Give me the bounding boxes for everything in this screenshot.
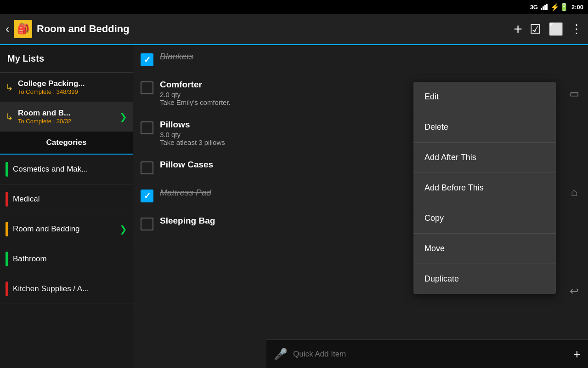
category-item-kitchen[interactable]: Kitchen Supplies / A...: [0, 274, 133, 304]
category-color-dot-room: [6, 222, 8, 236]
category-color-dot: [6, 162, 8, 177]
context-menu-delete[interactable]: Delete: [413, 112, 556, 143]
category-item-bathroom[interactable]: Bathroom: [0, 244, 133, 274]
categories-header: Categories: [0, 132, 133, 155]
list-item-college-packing[interactable]: ↳ College Packing... To Complete : 348/3…: [0, 73, 133, 102]
category-item-medical[interactable]: Medical: [0, 184, 133, 214]
item-checkbox-comforter[interactable]: [141, 81, 153, 94]
nav-home-icon[interactable]: ⌂: [571, 186, 578, 199]
list-title-2: Room and B...: [18, 109, 115, 118]
network-indicator: 3G: [530, 4, 538, 11]
status-bar: 3G ⚡🔋 2:00: [0, 0, 588, 14]
my-lists-header: My Lists: [0, 45, 133, 73]
app-bar-actions: + ☑ ⬜ ⋮: [514, 21, 582, 38]
category-color-dot-kitchen: [6, 282, 8, 296]
context-menu-edit[interactable]: Edit: [413, 82, 556, 112]
main-content: Blankets ⋮ Comforter 2.0 qty Take Emily'…: [133, 45, 588, 368]
category-item-room-bedding[interactable]: Room and Bedding ❯: [0, 214, 133, 244]
list-item-content-2: Room and B... To Complete : 30/32: [18, 109, 115, 125]
list-arrow-icon: ↳: [6, 82, 13, 93]
nav-rectangle-icon[interactable]: ▭: [570, 88, 579, 100]
category-label: Cosmetics and Mak...: [13, 165, 127, 174]
active-list-arrow-icon: ❯: [119, 111, 127, 122]
main-layout: My Lists ↳ College Packing... To Complet…: [0, 45, 588, 368]
item-checkbox-pillows[interactable]: [141, 121, 153, 134]
back-button[interactable]: ‹: [6, 23, 9, 35]
nav-back-icon[interactable]: ↩: [570, 285, 579, 298]
sidebar: My Lists ↳ College Packing... To Complet…: [0, 45, 133, 368]
item-checkbox-pillow-cases[interactable]: [141, 161, 153, 174]
context-menu-copy[interactable]: Copy: [413, 203, 556, 234]
item-row-blankets: Blankets ⋮: [133, 45, 588, 73]
right-nav: ▭ ⌂ ↩: [560, 45, 588, 340]
add-item-button[interactable]: +: [514, 21, 522, 38]
battery-icon: ⚡🔋: [550, 3, 569, 12]
quick-add-input[interactable]: [293, 350, 568, 359]
app-icon: 🎒: [14, 20, 32, 38]
context-menu-move[interactable]: Move: [413, 234, 556, 264]
list-title: College Packing...: [18, 79, 127, 88]
item-details-blankets: Blankets: [153, 52, 563, 62]
app-bar-title: Room and Bedding: [37, 23, 509, 35]
category-label-kitchen: Kitchen Supplies / A...: [13, 284, 127, 293]
context-menu-add-after[interactable]: Add After This: [413, 143, 556, 173]
item-name-blankets: Blankets: [160, 52, 563, 62]
quick-add-button[interactable]: +: [573, 347, 581, 362]
app-bar: ‹ 🎒 Room and Bedding + ☑ ⬜ ⋮: [0, 14, 588, 45]
category-item-cosmetics[interactable]: Cosmetics and Mak...: [0, 155, 133, 184]
category-arrow-icon: ❯: [119, 224, 127, 235]
list-subtitle-2: To Complete : 30/32: [18, 118, 115, 125]
list-item-room-bedding[interactable]: ↳ Room and B... To Complete : 30/32 ❯: [0, 102, 133, 132]
list-subtitle: To Complete : 348/399: [18, 88, 127, 95]
item-checkbox-sleeping-bag[interactable]: [141, 218, 153, 230]
category-label-bathroom: Bathroom: [13, 254, 127, 264]
mic-button[interactable]: 🎤: [274, 348, 288, 361]
category-color-dot-medical: [6, 192, 8, 207]
clock: 2:00: [571, 4, 583, 11]
category-label-medical: Medical: [13, 195, 127, 204]
item-checkbox-mattress-pad[interactable]: [141, 190, 153, 202]
list-item-content: College Packing... To Complete : 348/399: [18, 79, 127, 95]
bottom-bar: 🎤 +: [266, 339, 588, 368]
context-menu-add-before[interactable]: Add Before This: [413, 173, 556, 203]
list-arrow-icon-2: ↳: [6, 111, 13, 122]
category-color-dot-bathroom: [6, 252, 8, 266]
app-emoji: 🎒: [17, 23, 29, 35]
overflow-menu-button[interactable]: ⋮: [571, 22, 582, 36]
category-label-room: Room and Bedding: [13, 224, 115, 234]
check-all-button[interactable]: ☑: [530, 22, 541, 37]
square-button[interactable]: ⬜: [548, 22, 563, 36]
context-menu: Edit Delete Add After This Add Before Th…: [413, 82, 556, 294]
context-menu-duplicate[interactable]: Duplicate: [413, 264, 556, 294]
item-checkbox-blankets[interactable]: [141, 53, 153, 66]
signal-icon: [541, 4, 548, 10]
